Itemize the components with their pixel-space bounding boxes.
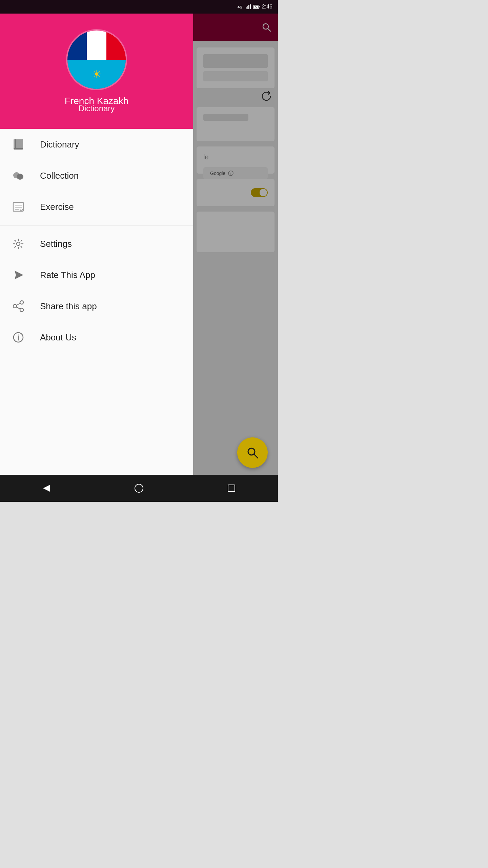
collection-label: Collection (40, 171, 79, 181)
drawer-scrim[interactable] (193, 14, 278, 475)
dictionary-label: Dictionary (40, 139, 79, 150)
svg-rect-39 (228, 485, 235, 492)
status-icons: 4G 2:46 (238, 4, 272, 10)
gear-icon (10, 236, 26, 252)
sidebar-item-about[interactable]: About Us (0, 322, 193, 353)
rate-label: Rate This App (40, 270, 95, 280)
app-logo: ☀ (66, 29, 127, 90)
sidebar-item-exercise[interactable]: Exercise (0, 191, 193, 222)
share-icon (10, 298, 26, 314)
time-display: 2:46 (262, 4, 272, 10)
svg-rect-19 (15, 139, 16, 150)
home-button[interactable] (129, 478, 149, 498)
svg-marker-37 (43, 485, 50, 492)
svg-rect-4 (250, 4, 251, 9)
svg-line-32 (17, 303, 20, 305)
svg-rect-3 (248, 5, 249, 9)
svg-point-38 (135, 484, 143, 492)
svg-rect-2 (247, 6, 248, 9)
sidebar-item-rate[interactable]: Rate This App (0, 259, 193, 291)
sidebar-item-share[interactable]: Share this app (0, 291, 193, 322)
drawer-header: ☀ French Kazakh Dictionary (0, 14, 193, 129)
send-icon (10, 267, 26, 283)
info-icon (10, 329, 26, 346)
status-bar: 4G 2:46 (0, 0, 278, 14)
svg-point-31 (20, 308, 23, 312)
french-flag-top (67, 31, 126, 60)
about-label: About Us (40, 332, 76, 343)
flag-blue (67, 31, 87, 60)
chat-icon (10, 167, 26, 184)
kazakh-emblem: ☀ (92, 68, 102, 81)
svg-point-26 (17, 242, 20, 245)
recents-button[interactable] (221, 478, 242, 498)
section-divider (0, 225, 193, 225)
signal-icon (246, 4, 251, 9)
exercise-label: Exercise (40, 202, 74, 212)
kazakh-flag-bottom: ☀ (67, 60, 126, 89)
svg-text:4G: 4G (238, 5, 243, 9)
flag-white (87, 31, 106, 60)
drawer-items-list: Dictionary Collection Exe (0, 129, 193, 475)
flag-red (106, 31, 126, 60)
search-fab[interactable] (237, 437, 268, 468)
bottom-navigation (0, 475, 278, 502)
svg-line-16 (254, 454, 258, 458)
sidebar-item-collection[interactable]: Collection (0, 160, 193, 191)
list-icon (10, 199, 26, 215)
svg-rect-6 (259, 6, 260, 7)
svg-point-21 (17, 174, 23, 180)
share-label: Share this app (40, 301, 97, 312)
sidebar-item-settings[interactable]: Settings (0, 228, 193, 259)
book-icon (10, 136, 26, 153)
svg-rect-1 (246, 7, 247, 9)
network-icon: 4G (238, 4, 244, 9)
sidebar-item-dictionary[interactable]: Dictionary (0, 129, 193, 160)
navigation-drawer: ☀ French Kazakh Dictionary Dictionary (0, 14, 193, 475)
settings-label: Settings (40, 239, 72, 249)
svg-point-30 (13, 304, 17, 308)
svg-line-10 (256, 7, 256, 8)
svg-point-29 (20, 301, 23, 304)
svg-line-33 (17, 307, 20, 309)
svg-point-36 (18, 335, 19, 336)
back-button[interactable] (36, 478, 57, 498)
battery-icon (253, 4, 260, 9)
